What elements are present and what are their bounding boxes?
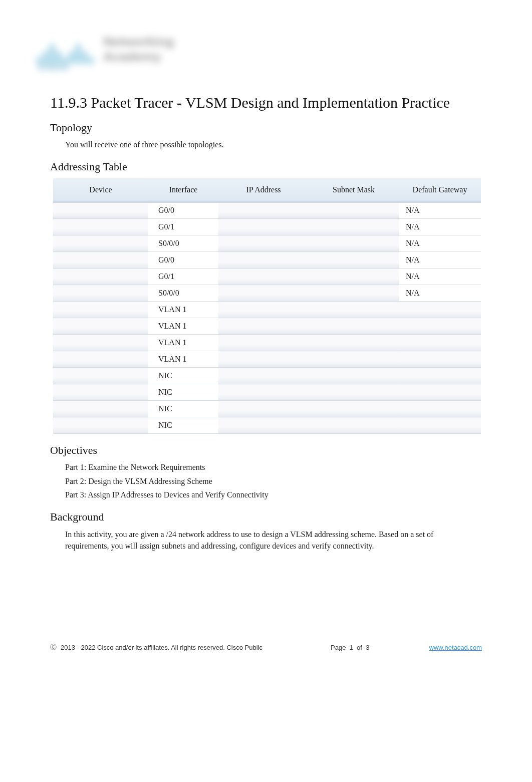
table-cell — [53, 302, 148, 318]
table-cell — [53, 351, 148, 368]
table-row: NIC — [53, 417, 481, 434]
table-cell: G0/1 — [148, 219, 218, 235]
table-cell — [218, 417, 309, 434]
table-cell — [53, 202, 148, 219]
table-cell — [399, 401, 481, 417]
table-cell — [218, 368, 309, 384]
table-row: VLAN 1 — [53, 302, 481, 318]
table-row: VLAN 1 — [53, 351, 481, 368]
page-title: 11.9.3 Packet Tracer - VLSM Design and I… — [50, 94, 482, 111]
table-cell: NIC — [148, 368, 218, 384]
table-cell — [218, 302, 309, 318]
table-cell — [218, 252, 309, 269]
table-cell — [399, 351, 481, 368]
topology-text: You will receive one of three possible t… — [65, 139, 482, 150]
table-cell — [53, 252, 148, 269]
addressing-heading: Addressing Table — [50, 160, 482, 173]
background-text: In this activity, you are given a /24 ne… — [65, 529, 446, 552]
copyright-icon: Ⓒ — [50, 643, 57, 652]
col-device: Device — [53, 178, 148, 202]
table-cell — [218, 351, 309, 368]
page-current: 1 — [350, 644, 353, 651]
table-row: S0/0/0N/A — [53, 235, 481, 252]
page-label: Page — [331, 644, 346, 651]
table-cell — [309, 285, 399, 302]
table-cell: N/A — [399, 269, 481, 285]
table-cell: N/A — [399, 202, 481, 219]
table-cell: VLAN 1 — [148, 351, 218, 368]
table-cell — [309, 384, 399, 401]
table-cell — [309, 417, 399, 434]
table-cell: VLAN 1 — [148, 335, 218, 351]
table-cell — [309, 252, 399, 269]
page-footer: Ⓒ 2013 - 2022 Cisco and/or its affiliate… — [50, 643, 482, 652]
table-cell — [399, 384, 481, 401]
table-row: NIC — [53, 401, 481, 417]
objective-item: Part 3: Assign IP Addresses to Devices a… — [65, 489, 482, 500]
logo-line2: Academy — [103, 49, 161, 64]
table-cell: G0/0 — [148, 252, 218, 269]
background-heading: Background — [50, 510, 482, 524]
addressing-table: Device Interface IP Address Subnet Mask … — [53, 178, 481, 434]
objectives-heading: Objectives — [50, 444, 482, 457]
document-page: cisco Networking Academy 11.9.3 Packet T… — [0, 0, 532, 782]
table-cell — [53, 384, 148, 401]
col-gateway: Default Gateway — [399, 178, 481, 202]
table-cell — [309, 368, 399, 384]
logo-brand-text: cisco — [38, 60, 69, 73]
table-cell: S0/0/0 — [148, 235, 218, 252]
table-cell: G0/1 — [148, 269, 218, 285]
table-cell — [53, 335, 148, 351]
table-cell — [53, 417, 148, 434]
table-cell — [309, 401, 399, 417]
table-cell: N/A — [399, 219, 481, 235]
table-cell — [53, 368, 148, 384]
table-cell — [218, 285, 309, 302]
table-cell — [218, 384, 309, 401]
table-cell — [309, 302, 399, 318]
table-cell: G0/0 — [148, 202, 218, 219]
table-cell: N/A — [399, 252, 481, 269]
table-cell — [218, 235, 309, 252]
col-ip: IP Address — [218, 178, 309, 202]
table-cell — [309, 219, 399, 235]
table-cell — [399, 302, 481, 318]
table-cell: NIC — [148, 417, 218, 434]
table-row: VLAN 1 — [53, 318, 481, 335]
logo-line1: Networking — [103, 34, 174, 49]
logo-blur-layer: cisco Networking Academy — [32, 31, 210, 84]
table-cell — [399, 318, 481, 335]
objective-item: Part 1: Examine the Network Requirements — [65, 462, 482, 473]
table-cell: N/A — [399, 235, 481, 252]
objective-item: Part 2: Design the VLSM Addressing Schem… — [65, 476, 482, 487]
table-cell — [53, 285, 148, 302]
table-cell: NIC — [148, 401, 218, 417]
table-row: NIC — [53, 368, 481, 384]
copyright-text: 2013 - 2022 Cisco and/or its affiliates.… — [61, 644, 262, 651]
table-cell — [53, 318, 148, 335]
table-cell — [53, 219, 148, 235]
table-row: G0/0N/A — [53, 202, 481, 219]
table-row: G0/1N/A — [53, 269, 481, 285]
table-cell — [218, 335, 309, 351]
page-indicator: Page 1 of 3 — [331, 644, 369, 651]
table-cell — [399, 368, 481, 384]
table-row: NIC — [53, 384, 481, 401]
page-total: 3 — [366, 644, 369, 651]
page-of: of — [357, 644, 362, 651]
netacad-link[interactable]: www.netacad.com — [429, 644, 482, 651]
topology-heading: Topology — [50, 121, 482, 134]
table-cell — [218, 202, 309, 219]
table-cell — [53, 235, 148, 252]
table-cell — [53, 269, 148, 285]
table-cell — [399, 417, 481, 434]
table-cell — [218, 219, 309, 235]
cisco-networking-academy-logo: cisco Networking Academy — [36, 35, 206, 80]
table-cell — [309, 235, 399, 252]
table-cell: S0/0/0 — [148, 285, 218, 302]
col-interface: Interface — [148, 178, 218, 202]
table-cell — [399, 335, 481, 351]
logo-program-text: Networking Academy — [103, 34, 174, 64]
table-cell — [309, 351, 399, 368]
table-cell: NIC — [148, 384, 218, 401]
